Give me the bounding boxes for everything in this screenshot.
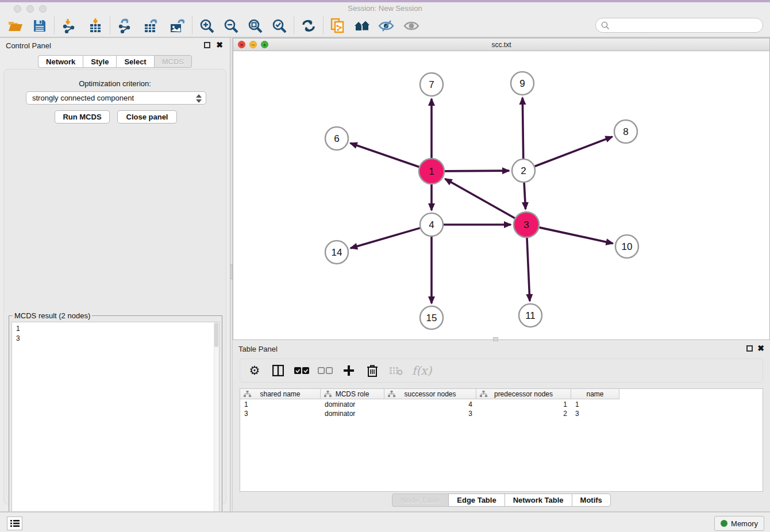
optimization-criterion-label: Optimization criterion: xyxy=(4,79,226,88)
table-row[interactable]: 3dominator323 xyxy=(240,409,763,418)
node-label: 1 xyxy=(429,166,434,177)
network-window-titlebar: × − + scc.txt xyxy=(233,38,769,51)
cell-name[interactable]: 3 xyxy=(571,409,619,418)
export-image-icon[interactable] xyxy=(168,16,187,36)
cell-name[interactable]: 1 xyxy=(571,400,619,409)
tab-style[interactable]: Style xyxy=(83,55,116,68)
cell-predecessor-nodes[interactable]: 2 xyxy=(476,409,571,418)
settings-gear-icon[interactable]: ⚙ xyxy=(247,363,262,378)
table-panel-float-icon[interactable] xyxy=(746,345,753,352)
network-graph[interactable]: 7968124314101511 xyxy=(233,51,769,340)
import-network-icon[interactable] xyxy=(59,16,79,36)
zoom-out-icon[interactable] xyxy=(221,16,241,36)
table-row[interactable]: 1dominator411 xyxy=(240,400,763,409)
edge-3-10[interactable] xyxy=(539,228,613,244)
open-session-icon[interactable] xyxy=(6,16,25,36)
edge-2-3[interactable] xyxy=(524,183,525,209)
delete-table-icon xyxy=(388,363,403,378)
cell-MCDS-role[interactable]: dominator xyxy=(321,400,384,409)
select-stepper-icon xyxy=(196,94,202,103)
node-label: 7 xyxy=(429,79,434,90)
node-label: 15 xyxy=(426,313,437,323)
add-column-icon[interactable] xyxy=(341,363,356,378)
save-session-icon[interactable] xyxy=(30,16,49,36)
search-input[interactable] xyxy=(610,20,763,31)
node-label: 14 xyxy=(332,247,342,258)
table-panel-tabs: Node TableEdge TableNetwork TableMotifs xyxy=(233,494,770,507)
edge-3-11[interactable] xyxy=(527,238,530,301)
cell-MCDS-role[interactable]: dominator xyxy=(321,409,384,418)
column-header-successor-nodes[interactable]: successor nodes xyxy=(384,389,476,399)
tab-mcds[interactable]: MCDS xyxy=(154,55,192,68)
network-view-window: × − + scc.txt 7968124314101511 xyxy=(233,38,770,340)
edge-3-1[interactable] xyxy=(445,179,515,218)
column-header-predecessor-nodes[interactable]: predecessor nodes xyxy=(476,389,571,399)
network-window-title: scc.txt xyxy=(233,41,769,49)
tab-select[interactable]: Select xyxy=(116,55,153,68)
control-panel-float-icon[interactable] xyxy=(204,42,210,48)
cell-shared-name[interactable]: 3 xyxy=(240,409,321,418)
tab-network[interactable]: Network xyxy=(38,55,83,68)
node-label: 8 xyxy=(623,126,628,137)
tab-network-table[interactable]: Network Table xyxy=(505,494,572,507)
tab-node-table[interactable]: Node Table xyxy=(392,494,448,507)
list-icon xyxy=(10,519,20,527)
node-label: 2 xyxy=(521,165,526,176)
export-network-icon[interactable] xyxy=(115,16,134,36)
tab-motifs[interactable]: Motifs xyxy=(572,494,611,507)
home-icon[interactable] xyxy=(352,16,372,36)
toolbar-separator xyxy=(323,17,324,35)
delete-column-icon[interactable] xyxy=(365,363,380,378)
mcds-result-item: 1 xyxy=(16,324,219,334)
control-panel-title: Control Panel xyxy=(6,41,51,50)
table-panel-title: Table Panel xyxy=(238,345,278,353)
zoom-selected-icon[interactable] xyxy=(270,16,289,36)
column-header-shared-name[interactable]: shared name xyxy=(240,389,321,399)
refresh-layout-icon[interactable] xyxy=(299,16,318,36)
zoom-in-icon[interactable] xyxy=(197,16,217,36)
close-panel-button[interactable]: Close panel xyxy=(117,110,177,124)
window-titlebar: Session: New Session xyxy=(0,0,770,15)
edge-1-6[interactable] xyxy=(351,143,419,167)
table-panel-close-icon[interactable]: ✖ xyxy=(757,344,764,352)
control-panel-close-icon[interactable]: ✖ xyxy=(216,41,223,49)
run-mcds-button[interactable]: Run MCDS xyxy=(55,110,110,124)
network-splitter-handle[interactable] xyxy=(493,337,498,341)
column-header-MCDS-role[interactable]: MCDS role xyxy=(321,389,384,399)
column-header-name[interactable]: name xyxy=(571,389,619,399)
deselect-all-checkboxes-icon[interactable] xyxy=(318,363,333,378)
function-builder-icon: f(x) xyxy=(412,363,432,378)
cell-successor-nodes[interactable]: 4 xyxy=(384,400,476,409)
node-label: 4 xyxy=(429,219,434,230)
select-all-checkboxes-icon[interactable] xyxy=(294,363,309,378)
table-header-row: shared nameMCDS rolesuccessor nodesprede… xyxy=(240,389,619,399)
network-canvas[interactable]: 7968124314101511 xyxy=(233,51,769,340)
mcds-result-fieldset: MCDS result (2 nodes) 13 xyxy=(9,315,222,532)
cell-successor-nodes[interactable]: 3 xyxy=(384,409,476,418)
table-toolbar: ⚙ f(x) xyxy=(240,358,763,383)
search-icon xyxy=(601,21,610,30)
export-table-icon[interactable] xyxy=(141,16,161,36)
column-view-icon[interactable] xyxy=(271,363,286,378)
hide-selected-eye-icon[interactable] xyxy=(376,16,396,36)
optimization-criterion-select[interactable]: strongly connected component xyxy=(26,91,206,105)
task-history-button[interactable] xyxy=(7,516,22,530)
toolbar-separator xyxy=(54,17,55,35)
tab-edge-table[interactable]: Edge Table xyxy=(448,494,504,507)
search-field[interactable] xyxy=(595,18,763,33)
edge-2-9[interactable] xyxy=(522,98,523,159)
mcds-result-list[interactable]: 13 xyxy=(11,322,220,530)
edge-4-14[interactable] xyxy=(351,228,420,248)
cell-predecessor-nodes[interactable]: 1 xyxy=(476,400,571,409)
cell-shared-name[interactable]: 1 xyxy=(240,400,321,409)
edge-2-8[interactable] xyxy=(535,137,613,167)
memory-status-icon xyxy=(721,520,727,527)
node-table[interactable]: shared nameMCDS rolesuccessor nodesprede… xyxy=(240,388,763,492)
clone-network-icon[interactable] xyxy=(328,16,348,36)
memory-button[interactable]: Memory xyxy=(714,516,764,531)
result-scrollbar[interactable] xyxy=(214,322,219,529)
zoom-fit-icon[interactable] xyxy=(245,16,265,36)
edge-1-2[interactable] xyxy=(445,171,509,171)
show-eye-icon xyxy=(402,16,421,36)
import-table-icon[interactable] xyxy=(86,16,105,36)
